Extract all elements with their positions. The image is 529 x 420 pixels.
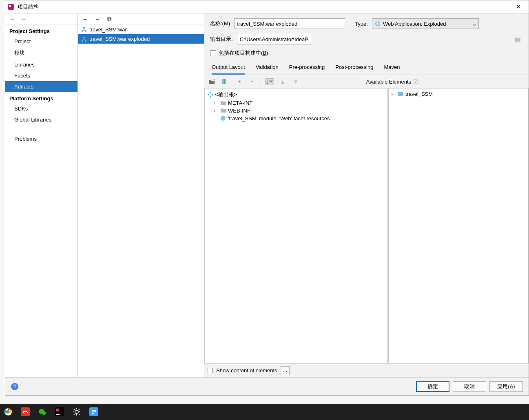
add-icon[interactable]: ＋ [82,16,88,22]
svg-rect-12 [210,92,211,93]
sidebar-item-project[interactable]: Project [5,36,77,47]
available-elements-tree[interactable]: › travel_SSM [388,88,529,363]
type-value: Web Application: Exploded [383,21,470,27]
type-combo[interactable]: Web Application: Exploded ⌵ [372,18,479,29]
nav-tools: ← → [5,13,77,25]
taskbar-settings-icon[interactable] [71,406,82,418]
apply-button: 应用(A) [489,381,523,392]
sidebar-item-problems[interactable]: Problems [5,133,77,144]
svg-rect-5 [83,37,85,38]
tabs: Output LayoutValidationPre-processingPos… [204,61,529,75]
tab-validation[interactable]: Validation [256,61,279,75]
svg-point-26 [75,410,78,413]
move-down-icon[interactable]: ▼ [291,79,300,85]
sidebar-item-facets[interactable]: Facets [5,70,77,81]
taskbar-app6-icon[interactable] [88,406,100,418]
app-icon [8,4,14,10]
copy-icon[interactable]: ⧉ [107,16,112,22]
sidebar-item-libraries[interactable]: Libraries [5,59,77,70]
folder-icon [220,108,226,114]
svg-line-32 [79,414,80,415]
svg-point-22 [42,411,46,415]
tab-output-layout[interactable]: Output Layout [212,61,245,75]
add-copy-icon[interactable]: ＋ [235,78,243,85]
layout-trees: <输出根> ›META-INF›WEB-INF 'travel_SSM' mod… [204,88,529,363]
svg-rect-17 [398,92,403,96]
sort-icon[interactable]: ↓ᵃᶻ [265,78,274,85]
sidebar-item-global-libraries[interactable]: Global Libraries [5,114,77,125]
remove-icon[interactable]: － [95,16,101,22]
folder-meta-inf[interactable]: ›META-INF [205,99,387,107]
tab-maven[interactable]: Maven [384,61,400,75]
artifact-list-pane: ＋ － ⧉ travel_SSM:wartravel_SSM:war explo… [78,13,204,377]
dialog-body: ← → Project Settings Project模块LibrariesF… [5,13,529,377]
forward-icon[interactable]: → [20,15,27,22]
svg-rect-4 [85,31,86,32]
move-up-icon[interactable]: ▲ [278,79,287,85]
name-input[interactable] [234,18,345,29]
expand-icon[interactable]: › [391,91,396,97]
include-in-build-label: 包括在项目构建中(B) [219,49,268,57]
facet-resources[interactable]: 'travel_SSM' module: 'Web' facet resourc… [205,115,387,122]
svg-rect-7 [85,40,86,42]
footer-options: Show content of elements … [204,363,529,377]
artifact-icon [81,36,87,42]
svg-rect-24 [56,409,59,411]
expand-icon[interactable]: › [214,100,219,106]
back-icon[interactable]: ← [9,15,15,22]
help-icon[interactable]: ? [11,383,18,390]
root-icon [207,92,213,98]
svg-point-16 [221,116,226,121]
cancel-button[interactable]: 取消 [453,381,486,392]
type-label: Type: [355,21,368,27]
svg-rect-25 [56,414,60,415]
taskbar-chrome-icon[interactable] [2,406,14,418]
svg-rect-1 [9,5,11,7]
taskbar-app2-icon[interactable] [20,406,31,418]
folder-web-inf[interactable]: ›WEB-INF [205,107,387,115]
svg-rect-6 [82,40,83,42]
show-content-checkbox[interactable] [208,368,213,373]
new-archive-icon[interactable] [221,79,230,84]
output-root[interactable]: <输出根> [205,90,387,99]
tab-pre-processing[interactable]: Pre-processing [289,61,325,75]
sidebar-item-sdks[interactable]: SDKs [5,103,77,114]
project-structure-dialog: 项目结构 ✕ ← → Project Settings Project模块Lib… [5,0,529,396]
tab-post-processing[interactable]: Post-processing [335,61,373,75]
close-icon[interactable]: ✕ [510,3,526,11]
artifact-item[interactable]: travel_SSM:war exploded [78,34,204,44]
available-elements-header: Available Elements ? [366,79,525,85]
taskbar-idea-icon[interactable] [54,406,65,418]
ok-button[interactable]: 确定 [416,381,449,392]
more-options-button[interactable]: … [281,366,290,375]
remove-item-icon[interactable]: － [248,78,257,85]
svg-rect-2 [83,27,85,29]
svg-line-34 [79,409,80,410]
artifact-item[interactable]: travel_SSM:war [78,25,204,34]
titlebar: 项目结构 ✕ [5,0,529,13]
layout-toolbar: + ＋ － ↓ᵃᶻ ▲ ▼ Available Elements ? [204,75,529,88]
svg-line-33 [74,414,75,415]
svg-rect-14 [212,94,213,95]
web-icon [375,21,381,27]
taskbar-wechat-icon[interactable] [37,406,48,418]
section-project-settings: Project Settings [5,25,77,36]
sidebar-item-模块[interactable]: 模块 [5,47,77,59]
output-dir-input[interactable] [237,34,311,44]
browse-icon[interactable] [513,35,522,44]
help-hint-icon[interactable]: ? [413,79,418,84]
svg-rect-11 [224,79,225,84]
folder-icon [220,100,226,106]
expand-icon[interactable]: › [214,108,219,114]
svg-text:+: + [213,79,215,83]
svg-rect-20 [21,407,30,416]
artifact-icon [81,27,87,33]
new-folder-icon[interactable]: + [208,79,217,84]
output-tree[interactable]: <输出根> ›META-INF›WEB-INF 'travel_SSM' mod… [204,88,387,363]
artifact-detail-pane: 名称:(M) Type: Web Application: Exploded ⌵… [204,13,529,377]
svg-rect-15 [210,96,211,97]
available-item[interactable]: › travel_SSM [389,90,528,98]
include-in-build-input[interactable] [210,50,216,56]
sidebar-item-artifacts[interactable]: Artifacts [5,81,77,92]
include-in-build-checkbox[interactable]: 包括在项目构建中(B) [210,49,523,57]
